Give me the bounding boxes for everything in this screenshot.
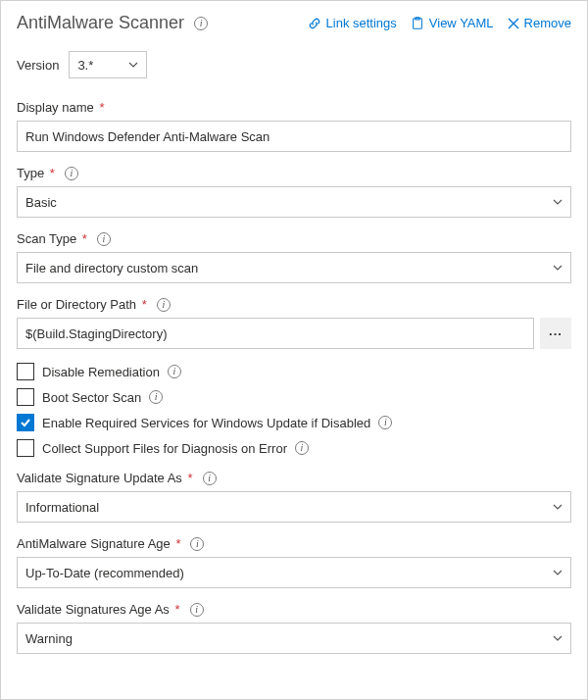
info-icon[interactable]: i bbox=[203, 472, 217, 485]
panel-title: AntiMalware Scanner bbox=[17, 13, 184, 33]
info-icon[interactable]: i bbox=[97, 232, 111, 246]
path-browse-button[interactable]: ··· bbox=[540, 318, 571, 349]
header-actions: Link settings View YAML Remove bbox=[308, 16, 571, 30]
info-icon[interactable]: i bbox=[190, 603, 204, 617]
chevron-down-icon bbox=[553, 263, 563, 273]
task-panel: AntiMalware Scanner i Link settings View… bbox=[0, 0, 588, 700]
field-path: File or Directory Path * i $(Build.Stagi… bbox=[17, 297, 571, 349]
type-label: Type * bbox=[17, 166, 55, 180]
ellipsis-icon: ··· bbox=[549, 326, 563, 341]
signature-age-value: Up-To-Date (recommended) bbox=[25, 566, 184, 580]
view-yaml-label: View YAML bbox=[429, 16, 494, 30]
signature-age-select[interactable]: Up-To-Date (recommended) bbox=[17, 557, 571, 588]
scan-type-select[interactable]: File and directory custom scan bbox=[17, 252, 571, 283]
version-select[interactable]: 3.* bbox=[69, 51, 147, 78]
checkbox-disable-remediation[interactable]: Disable Remediation i bbox=[17, 363, 571, 380]
path-label: File or Directory Path * bbox=[17, 297, 147, 312]
info-icon[interactable]: i bbox=[295, 441, 309, 455]
field-display-name: Display name * Run Windows Defender Anti… bbox=[17, 100, 571, 152]
info-icon[interactable]: i bbox=[168, 365, 181, 378]
field-scan-type: Scan Type * i File and directory custom … bbox=[17, 231, 571, 283]
display-name-label: Display name * bbox=[17, 100, 104, 115]
checkbox-icon bbox=[17, 363, 34, 380]
info-icon[interactable]: i bbox=[190, 537, 204, 551]
link-settings-label: Link settings bbox=[326, 16, 397, 30]
display-name-input[interactable]: Run Windows Defender Anti-Malware Scan bbox=[17, 121, 571, 152]
panel-header: AntiMalware Scanner i Link settings View… bbox=[17, 13, 571, 33]
validate-sig-age-value: Warning bbox=[25, 631, 73, 646]
checkbox-icon bbox=[17, 414, 34, 431]
checkbox-enable-services[interactable]: Enable Required Services for Windows Upd… bbox=[17, 414, 571, 431]
version-row: Version 3.* bbox=[17, 51, 571, 78]
validate-sig-update-label: Validate Signature Update As * bbox=[17, 471, 193, 485]
display-name-value: Run Windows Defender Anti-Malware Scan bbox=[25, 129, 270, 144]
checkbox-label: Boot Sector Scan bbox=[42, 390, 141, 405]
path-value: $(Build.StagingDirectory) bbox=[25, 326, 168, 341]
link-icon bbox=[308, 17, 321, 30]
info-icon[interactable]: i bbox=[65, 167, 78, 180]
chevron-down-icon bbox=[553, 502, 563, 512]
field-validate-sig-update: Validate Signature Update As * i Informa… bbox=[17, 471, 571, 523]
info-icon[interactable]: i bbox=[194, 17, 208, 30]
checkbox-icon bbox=[17, 388, 34, 406]
validate-sig-update-select[interactable]: Informational bbox=[17, 491, 571, 523]
chevron-down-icon bbox=[128, 60, 138, 70]
info-icon[interactable]: i bbox=[149, 390, 163, 404]
signature-age-label: AntiMalware Signature Age * bbox=[17, 536, 180, 551]
field-type: Type * i Basic bbox=[17, 166, 571, 218]
checkbox-boot-sector[interactable]: Boot Sector Scan i bbox=[17, 388, 571, 406]
type-value: Basic bbox=[25, 195, 57, 210]
field-validate-sig-age: Validate Signatures Age As * i Warning bbox=[17, 602, 571, 654]
field-signature-age: AntiMalware Signature Age * i Up-To-Date… bbox=[17, 536, 571, 588]
checkbox-label: Collect Support Files for Diagnosis on E… bbox=[42, 441, 287, 456]
chevron-down-icon bbox=[553, 633, 563, 643]
remove-button[interactable]: Remove bbox=[508, 16, 571, 30]
scan-type-value: File and directory custom scan bbox=[25, 261, 198, 275]
chevron-down-icon bbox=[553, 568, 563, 577]
chevron-down-icon bbox=[553, 197, 563, 207]
clipboard-icon bbox=[411, 17, 424, 30]
version-label: Version bbox=[17, 58, 59, 73]
info-icon[interactable]: i bbox=[378, 416, 392, 429]
validate-sig-age-select[interactable]: Warning bbox=[17, 623, 571, 654]
checkbox-collect-support[interactable]: Collect Support Files for Diagnosis on E… bbox=[17, 439, 571, 457]
checkbox-label: Disable Remediation bbox=[42, 365, 160, 379]
close-icon bbox=[508, 18, 519, 29]
checkbox-label: Enable Required Services for Windows Upd… bbox=[42, 416, 370, 430]
remove-label: Remove bbox=[524, 16, 571, 30]
path-input[interactable]: $(Build.StagingDirectory) bbox=[17, 318, 534, 349]
link-settings-button[interactable]: Link settings bbox=[308, 16, 397, 30]
version-value: 3.* bbox=[77, 58, 93, 73]
type-select[interactable]: Basic bbox=[17, 186, 571, 218]
info-icon[interactable]: i bbox=[157, 298, 171, 312]
checkbox-icon bbox=[17, 439, 34, 457]
validate-sig-age-label: Validate Signatures Age As * bbox=[17, 602, 180, 617]
view-yaml-button[interactable]: View YAML bbox=[411, 16, 494, 30]
scan-type-label: Scan Type * bbox=[17, 231, 87, 246]
validate-sig-update-value: Informational bbox=[25, 500, 99, 515]
